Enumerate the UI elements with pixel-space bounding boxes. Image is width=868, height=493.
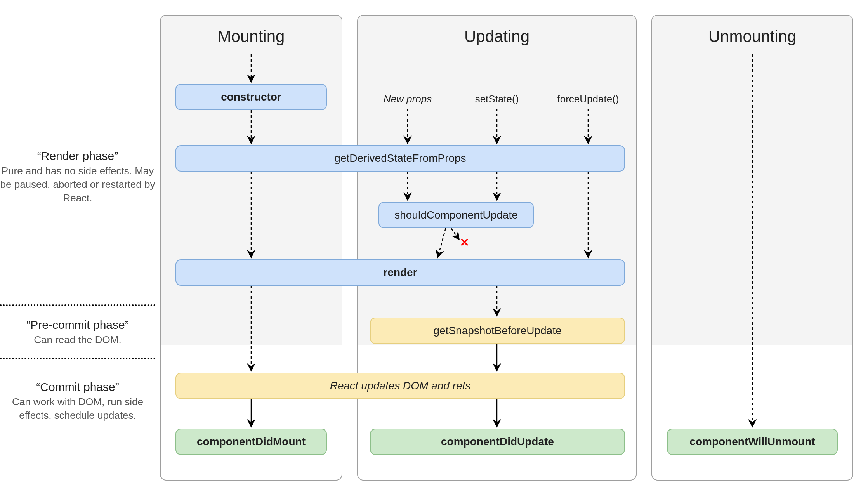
phase-commit-title: “Commit phase”	[0, 380, 155, 394]
box-render[interactable]: render	[175, 259, 625, 286]
box-getsnapshotbeforeupdate[interactable]: getSnapshotBeforeUpdate	[370, 318, 625, 344]
trigger-setstate: setState()	[462, 93, 532, 105]
phase-precommit: “Pre-commit phase” Can read the DOM.	[0, 318, 155, 347]
box-componentwillunmount[interactable]: componentWillUnmount	[667, 429, 838, 455]
box-getderivedstatefromprops[interactable]: getDerivedStateFromProps	[175, 145, 625, 172]
box-componentdidmount[interactable]: componentDidMount	[175, 429, 327, 455]
divider-precommit-commit	[0, 358, 155, 359]
phase-render-desc: Pure and has no side effects. May be pau…	[0, 164, 155, 205]
render-zone-mounting	[161, 16, 342, 345]
trigger-forceupdate: forceUpdate()	[551, 93, 625, 105]
trigger-new-props: New props	[373, 93, 443, 105]
divider-render-precommit	[0, 304, 155, 306]
scu-cancel-mark: ✕	[460, 236, 469, 249]
box-componentdidupdate[interactable]: componentDidUpdate	[370, 429, 625, 455]
render-zone-unmounting	[652, 16, 852, 345]
lifecycle-diagram: “Render phase” Pure and has no side effe…	[0, 0, 868, 493]
column-mounting-title: Mounting	[161, 27, 342, 46]
column-unmounting-title: Unmounting	[652, 27, 852, 46]
column-updating-title: Updating	[358, 27, 636, 46]
phase-render: “Render phase” Pure and has no side effe…	[0, 149, 155, 205]
phase-commit-desc: Can work with DOM, run side effects, sch…	[0, 395, 155, 422]
box-shouldcomponentupdate[interactable]: shouldComponentUpdate	[378, 202, 534, 228]
phase-precommit-desc: Can read the DOM.	[0, 333, 155, 347]
box-react-updates-dom: React updates DOM and refs	[175, 373, 625, 399]
column-updating: Updating	[357, 15, 637, 481]
box-constructor[interactable]: constructor	[175, 84, 327, 110]
render-zone-updating	[358, 16, 636, 345]
phase-commit: “Commit phase” Can work with DOM, run si…	[0, 380, 155, 422]
phase-precommit-title: “Pre-commit phase”	[0, 318, 155, 332]
phase-render-title: “Render phase”	[0, 149, 155, 163]
column-unmounting: Unmounting	[651, 15, 853, 481]
